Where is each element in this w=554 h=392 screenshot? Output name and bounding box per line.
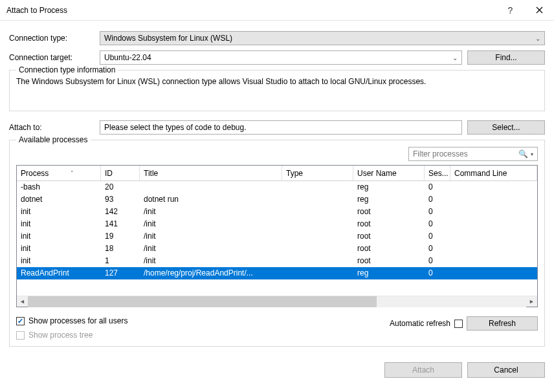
close-button[interactable] bbox=[525, 0, 554, 21]
col-cmd[interactable]: Command Line bbox=[450, 166, 537, 180]
cell bbox=[282, 243, 353, 255]
cell: 0 bbox=[425, 181, 450, 193]
col-user[interactable]: User Name bbox=[353, 166, 425, 180]
scroll-track[interactable] bbox=[28, 296, 526, 307]
connection-type-dropdown[interactable]: Windows Subsystem for Linux (WSL) ⌄ bbox=[100, 31, 545, 45]
cell: reg bbox=[353, 193, 425, 206]
cell: init bbox=[17, 206, 101, 218]
attach-to-display: Please select the types of code to debug… bbox=[100, 120, 462, 135]
cell bbox=[282, 193, 353, 206]
table-row[interactable]: init1/initroot0 bbox=[17, 255, 537, 267]
cell bbox=[450, 218, 537, 230]
col-session[interactable]: Ses... bbox=[425, 166, 450, 180]
col-id[interactable]: ID bbox=[101, 166, 140, 180]
cell bbox=[282, 181, 353, 193]
cell: 0 bbox=[425, 255, 450, 267]
grid-body: -bash20reg0dotnet93dotnet runreg0init142… bbox=[17, 181, 537, 296]
connection-type-label: Connection type: bbox=[9, 34, 100, 43]
attach-to-text: Please select the types of code to debug… bbox=[104, 123, 246, 132]
sort-asc-icon: ˄ bbox=[71, 170, 74, 177]
cell: 0 bbox=[425, 218, 450, 230]
cell: 0 bbox=[425, 267, 450, 279]
help-button[interactable]: ? bbox=[496, 0, 525, 21]
col-type[interactable]: Type bbox=[282, 166, 353, 180]
cell: /init bbox=[140, 218, 282, 230]
cell: /init bbox=[140, 255, 282, 267]
cell: 0 bbox=[425, 230, 450, 243]
show-all-users-label: Show processes for all users bbox=[28, 316, 127, 325]
cell: /home/reg/proj/ReadAndPrint/... bbox=[140, 267, 282, 279]
cell: /init bbox=[140, 230, 282, 243]
cell: 0 bbox=[425, 243, 450, 255]
table-row[interactable]: -bash20reg0 bbox=[17, 181, 537, 193]
table-row[interactable]: init18/initroot0 bbox=[17, 243, 537, 255]
refresh-button[interactable]: Refresh bbox=[467, 316, 538, 331]
show-all-users-checkbox[interactable] bbox=[16, 317, 25, 325]
cell: 20 bbox=[101, 181, 140, 193]
filter-placeholder: Filter processes bbox=[413, 149, 518, 158]
connection-info-text: The Windows Subsystem for Linux (WSL) co… bbox=[16, 77, 538, 86]
cell: init bbox=[17, 218, 101, 230]
connection-target-value: Ubuntu-22.04 bbox=[104, 53, 151, 62]
table-row[interactable]: init141/initroot0 bbox=[17, 218, 537, 230]
show-tree-checkbox bbox=[16, 331, 25, 340]
cell bbox=[450, 181, 537, 193]
cell: ReadAndPrint bbox=[17, 267, 101, 279]
cell: 127 bbox=[101, 267, 140, 279]
col-title[interactable]: Title bbox=[140, 166, 282, 180]
cell: reg bbox=[353, 181, 425, 193]
cell bbox=[282, 206, 353, 218]
col-process[interactable]: Process˄ bbox=[17, 166, 101, 180]
cell: root bbox=[353, 206, 425, 218]
cell: dotnet run bbox=[140, 193, 282, 206]
process-grid[interactable]: Process˄ ID Title Type User Name Ses... … bbox=[16, 165, 538, 307]
cell bbox=[450, 255, 537, 267]
table-row[interactable]: init19/initroot0 bbox=[17, 230, 537, 243]
cell bbox=[282, 267, 353, 279]
attach-to-label: Attach to: bbox=[9, 123, 100, 132]
available-processes-legend: Available processes bbox=[16, 135, 91, 144]
cell bbox=[140, 181, 282, 193]
chevron-down-icon: ⌄ bbox=[452, 54, 458, 61]
cell: 19 bbox=[101, 230, 140, 243]
cell bbox=[450, 243, 537, 255]
cell bbox=[450, 230, 537, 243]
connection-target-dropdown[interactable]: Ubuntu-22.04 ⌄ bbox=[100, 50, 462, 65]
chevron-down-icon: ⌄ bbox=[535, 35, 540, 42]
close-icon bbox=[536, 6, 543, 14]
cell: dotnet bbox=[17, 193, 101, 206]
cell: root bbox=[353, 243, 425, 255]
cell: 142 bbox=[101, 206, 140, 218]
cell bbox=[450, 206, 537, 218]
filter-input[interactable]: Filter processes 🔍 ▾ bbox=[408, 147, 538, 161]
select-button[interactable]: Select... bbox=[467, 120, 545, 135]
cell bbox=[450, 267, 537, 279]
cell: /init bbox=[140, 206, 282, 218]
table-row[interactable]: dotnet93dotnet runreg0 bbox=[17, 193, 537, 206]
horizontal-scrollbar[interactable]: ◄ ► bbox=[17, 296, 537, 307]
cancel-button[interactable]: Cancel bbox=[467, 362, 545, 378]
show-tree-label: Show process tree bbox=[28, 331, 93, 340]
attach-button[interactable]: Attach bbox=[384, 362, 462, 378]
cell: /init bbox=[140, 243, 282, 255]
table-row[interactable]: ReadAndPrint127/home/reg/proj/ReadAndPri… bbox=[17, 267, 537, 279]
auto-refresh-checkbox[interactable] bbox=[454, 320, 463, 328]
cell: init bbox=[17, 230, 101, 243]
cell bbox=[282, 218, 353, 230]
cell: 93 bbox=[101, 193, 140, 206]
cell bbox=[282, 230, 353, 243]
cell: init bbox=[17, 255, 101, 267]
table-row[interactable]: init142/initroot0 bbox=[17, 206, 537, 218]
cell: -bash bbox=[17, 181, 101, 193]
auto-refresh-label: Automatic refresh bbox=[390, 319, 450, 328]
scroll-right-icon[interactable]: ► bbox=[526, 296, 537, 307]
scroll-left-icon[interactable]: ◄ bbox=[17, 296, 28, 307]
cell: reg bbox=[353, 267, 425, 279]
cell: 0 bbox=[425, 193, 450, 206]
cell: root bbox=[353, 230, 425, 243]
connection-target-label: Connection target: bbox=[9, 53, 100, 62]
cell: 0 bbox=[425, 206, 450, 218]
find-button[interactable]: Find... bbox=[467, 50, 545, 65]
scroll-thumb[interactable] bbox=[28, 296, 377, 307]
search-icon: 🔍 bbox=[518, 149, 528, 158]
